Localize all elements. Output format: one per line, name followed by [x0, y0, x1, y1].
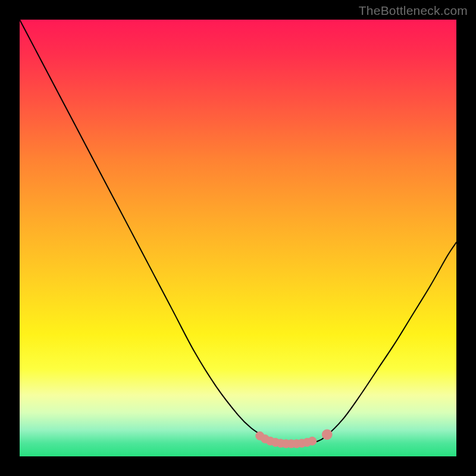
- curve-marker: [308, 437, 317, 445]
- plot-area: [20, 20, 456, 456]
- curve-layer: [20, 20, 456, 456]
- curve-marker: [322, 430, 332, 440]
- bottleneck-curve: [20, 20, 456, 444]
- curve-markers: [256, 430, 332, 448]
- watermark-text: TheBottleneck.com: [359, 4, 468, 18]
- chart-stage: TheBottleneck.com: [0, 0, 476, 476]
